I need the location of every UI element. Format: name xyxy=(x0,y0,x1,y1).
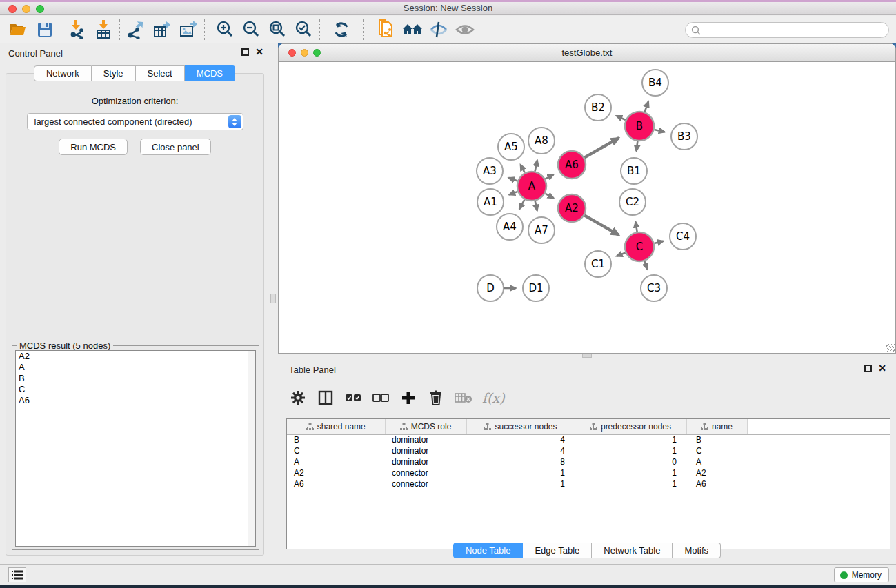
column-mode-icon[interactable] xyxy=(317,389,335,407)
table-row[interactable]: A6connector11A6 xyxy=(287,478,890,489)
table-cell[interactable]: 4 xyxy=(466,434,575,445)
graph-edge[interactable] xyxy=(584,215,619,235)
refresh-icon[interactable] xyxy=(328,19,355,41)
destroy-table-icon[interactable] xyxy=(455,389,472,407)
table-cell[interactable]: 1 xyxy=(466,478,575,489)
resize-grip-icon[interactable] xyxy=(886,344,895,352)
table-cell[interactable]: B xyxy=(686,434,747,445)
table-cell[interactable]: 1 xyxy=(575,467,686,478)
table-cell[interactable]: A2 xyxy=(686,467,747,478)
graph-edge[interactable] xyxy=(519,199,525,209)
column-header[interactable]: shared name xyxy=(287,419,385,434)
table-cell[interactable]: dominator xyxy=(385,456,466,467)
table-cell[interactable]: A6 xyxy=(686,478,747,489)
mcds-result-list[interactable]: A2ABCA6 xyxy=(15,350,256,547)
first-neighbors-icon[interactable] xyxy=(399,19,426,41)
table-cell[interactable]: connector xyxy=(385,478,466,489)
function-builder-icon[interactable]: f(x) xyxy=(482,390,505,405)
table-row[interactable]: Adominator80A xyxy=(287,456,890,467)
task-history-button[interactable] xyxy=(8,567,26,582)
network-graph[interactable]: AA1A2A3A4A5A6A7A8BB1B2B3B4CC1C2C3C4DD1 xyxy=(279,62,895,353)
mcds-result-item[interactable]: C xyxy=(16,384,255,395)
table-cell[interactable]: B xyxy=(287,434,385,445)
column-header[interactable]: predecessor nodes xyxy=(575,419,686,434)
import-table-icon[interactable] xyxy=(90,19,117,41)
graph-edge[interactable] xyxy=(644,261,647,270)
settings-gear-icon[interactable] xyxy=(289,389,307,407)
new-network-from-selection-icon[interactable] xyxy=(373,19,399,41)
tab-node-table[interactable]: Node Table xyxy=(453,543,524,558)
table-cell[interactable]: 1 xyxy=(575,478,686,489)
graph-edge[interactable] xyxy=(654,130,664,132)
column-header[interactable]: name xyxy=(686,419,747,434)
export-network-icon[interactable] xyxy=(123,19,149,41)
table-cell[interactable]: 1 xyxy=(575,445,686,456)
hide-selected-icon[interactable] xyxy=(426,19,452,41)
split-divider-vertical[interactable] xyxy=(269,43,278,564)
table-row[interactable]: Cdominator41C xyxy=(287,445,890,456)
table-cell[interactable]: C xyxy=(287,445,385,456)
graph-edge[interactable] xyxy=(635,222,637,232)
zoom-in-icon[interactable] xyxy=(212,19,238,41)
graph-edge[interactable] xyxy=(584,138,619,158)
graph-edge[interactable] xyxy=(545,194,553,199)
table-cell[interactable]: A xyxy=(287,456,385,467)
search-field[interactable] xyxy=(685,22,889,38)
column-header[interactable]: successor nodes xyxy=(466,419,575,434)
mcds-result-item[interactable]: A2 xyxy=(16,351,255,362)
close-panel-icon[interactable]: ✕ xyxy=(878,365,886,372)
table-cell[interactable]: dominator xyxy=(385,445,466,456)
close-panel-icon[interactable]: ✕ xyxy=(255,48,263,56)
scrollbar[interactable] xyxy=(248,351,255,546)
table-row[interactable]: Bdominator41B xyxy=(287,434,890,445)
graph-edge[interactable] xyxy=(535,160,537,171)
table-cell[interactable]: 4 xyxy=(466,445,575,456)
table-cell[interactable]: A2 xyxy=(287,467,385,478)
tab-edge-table[interactable]: Edge Table xyxy=(523,543,592,558)
tab-network[interactable]: Network xyxy=(34,65,92,81)
table-row[interactable]: A2connector11A2 xyxy=(287,467,890,478)
select-all-icon[interactable] xyxy=(344,389,362,407)
float-panel-icon[interactable] xyxy=(241,48,249,56)
table-cell[interactable]: C xyxy=(686,445,747,456)
node-table[interactable]: shared nameMCDS rolesuccessor nodesprede… xyxy=(286,418,890,549)
tab-style[interactable]: Style xyxy=(92,65,136,81)
graph-edge[interactable] xyxy=(616,116,625,120)
table-cell[interactable]: A xyxy=(686,456,747,467)
graph-edge[interactable] xyxy=(645,101,649,112)
graph-edge[interactable] xyxy=(637,141,638,151)
tab-select[interactable]: Select xyxy=(136,65,185,81)
graph-edge[interactable] xyxy=(508,178,517,181)
network-window-titlebar[interactable]: testGlobe.txt xyxy=(278,43,896,61)
graph-edge[interactable] xyxy=(521,165,525,173)
export-image-icon[interactable] xyxy=(175,19,201,41)
mcds-result-item[interactable]: B xyxy=(16,373,255,384)
float-panel-icon[interactable] xyxy=(864,365,872,372)
table-cell[interactable]: connector xyxy=(385,467,466,478)
column-header[interactable]: MCDS role xyxy=(385,419,466,434)
search-input[interactable] xyxy=(701,24,888,37)
add-column-icon[interactable] xyxy=(399,389,417,407)
save-session-icon[interactable] xyxy=(32,19,58,41)
graph-edge[interactable] xyxy=(509,192,517,195)
delete-column-icon[interactable] xyxy=(427,389,445,407)
open-session-icon[interactable] xyxy=(6,19,32,41)
close-panel-button[interactable]: Close panel xyxy=(140,139,211,155)
deselect-all-icon[interactable] xyxy=(372,389,390,407)
network-canvas[interactable]: AA1A2A3A4A5A6A7A8BB1B2B3B4CC1C2C3C4DD1 xyxy=(278,61,896,354)
tab-motifs[interactable]: Motifs xyxy=(673,543,721,558)
mcds-result-item[interactable]: A6 xyxy=(16,395,255,406)
zoom-fit-icon[interactable] xyxy=(264,19,290,41)
table-cell[interactable]: dominator xyxy=(385,434,466,445)
show-all-icon[interactable] xyxy=(452,19,478,41)
graph-edge[interactable] xyxy=(654,241,663,243)
mcds-result-item[interactable]: A xyxy=(16,362,255,373)
table-cell[interactable]: 8 xyxy=(466,456,575,467)
tab-network-table[interactable]: Network Table xyxy=(592,543,673,558)
criterion-dropdown[interactable]: largest connected component (directed) xyxy=(27,113,243,130)
export-table-icon[interactable] xyxy=(149,19,175,41)
graph-edge[interactable] xyxy=(617,252,626,256)
run-mcds-button[interactable]: Run MCDS xyxy=(59,139,128,155)
zoom-out-icon[interactable] xyxy=(238,19,264,41)
table-cell[interactable]: A6 xyxy=(287,478,385,489)
